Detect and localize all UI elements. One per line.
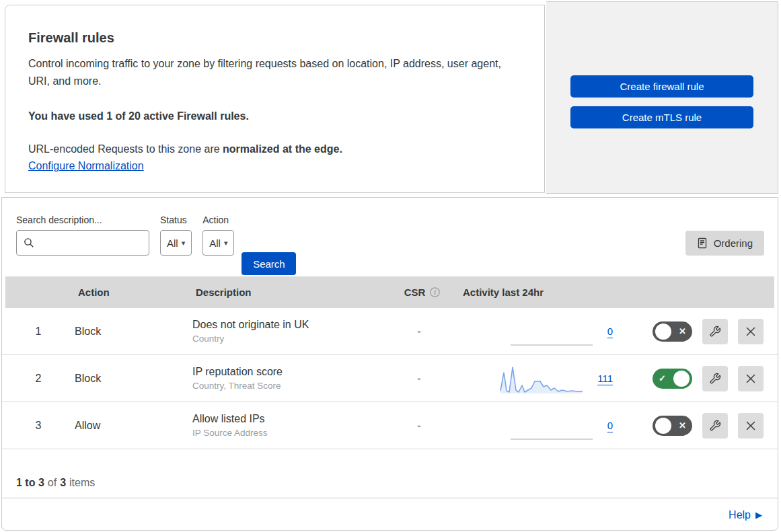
- search-button[interactable]: Search: [241, 252, 296, 275]
- action-select-value: All: [209, 237, 221, 249]
- rule-description: IP reputation score: [192, 365, 283, 378]
- ordering-button[interactable]: Ordering: [685, 231, 764, 256]
- pagination-summary: 1 to 3 of 3 items: [2, 449, 778, 498]
- rule-action: Block: [75, 373, 192, 385]
- activity-count-link[interactable]: 0: [607, 326, 613, 337]
- close-icon: [745, 420, 757, 432]
- top-section: Create firewall rule Create mTLS rule Fi…: [0, 0, 781, 197]
- create-firewall-rule-button[interactable]: Create firewall rule: [570, 75, 753, 98]
- rule-csr-value: -: [379, 373, 459, 385]
- column-csr: CSR i: [382, 287, 463, 298]
- table-row: 2 Block IP reputation score Country, Thr…: [2, 355, 778, 402]
- action-label: Action: [202, 215, 234, 225]
- close-icon: [745, 326, 757, 338]
- normalization-note: URL-encoded Requests to this zone are no…: [28, 142, 521, 157]
- delete-rule-button[interactable]: [738, 366, 764, 391]
- rule-csr-value: -: [379, 326, 459, 338]
- rule-priority: 1: [2, 326, 75, 338]
- edit-rule-button[interactable]: [702, 366, 728, 391]
- firewall-rules-page: Create firewall rule Create mTLS rule Fi…: [0, 0, 781, 532]
- page-description: Control incoming traffic to your zone by…: [28, 55, 509, 90]
- status-field: Status All ▾: [160, 215, 192, 256]
- items-range: 1 to 3: [16, 477, 44, 489]
- search-label: Search description...: [16, 215, 149, 225]
- usage-note: You have used 1 of 20 active Firewall ru…: [28, 109, 521, 124]
- toggle-knob: [655, 418, 671, 434]
- rule-description: Does not originate in UK: [192, 318, 309, 331]
- help-bar: Help ▶: [2, 498, 778, 531]
- x-icon: ✕: [675, 420, 690, 430]
- rule-description: Allow listed IPs: [192, 412, 265, 425]
- activity-sparkline: [508, 411, 595, 441]
- rule-fields: Country, Threat Score: [192, 381, 281, 391]
- arrow-right-icon: ▶: [755, 510, 762, 520]
- delete-rule-button[interactable]: [738, 413, 764, 439]
- edit-rule-button[interactable]: [702, 413, 728, 439]
- rule-fields: Country: [192, 334, 224, 344]
- chevron-down-icon: ▾: [224, 239, 228, 247]
- table-header: Action Description CSR i Activity last 2…: [5, 276, 774, 308]
- rule-enabled-toggle[interactable]: ✓: [653, 369, 692, 389]
- column-action: Action: [78, 287, 196, 298]
- table-row: 1 Block Does not originate in UK Country…: [2, 308, 778, 355]
- close-icon: [745, 373, 757, 385]
- rule-enabled-toggle[interactable]: ✕: [653, 416, 692, 436]
- status-label: Status: [160, 215, 192, 225]
- search-field: Search description...: [16, 215, 149, 256]
- search-input[interactable]: [16, 230, 149, 256]
- actions-panel: Create firewall rule Create mTLS rule: [546, 1, 778, 194]
- table-body: 1 Block Does not originate in UK Country…: [2, 308, 778, 449]
- create-mtls-rule-button[interactable]: Create mTLS rule: [570, 106, 753, 128]
- wrench-icon: [709, 326, 721, 338]
- column-activity: Activity last 24hr: [463, 287, 631, 298]
- wrench-icon: [709, 420, 721, 432]
- filter-bar: Search description... Status All ▾: [2, 198, 778, 276]
- action-field: Action All ▾: [202, 215, 234, 256]
- header-card: Firewall rules Control incoming traffic …: [5, 5, 545, 193]
- wrench-icon: [709, 373, 721, 385]
- page-title: Firewall rules: [28, 30, 521, 46]
- rules-list-card: Search description... Status All ▾: [1, 197, 778, 531]
- activity-count-link[interactable]: 0: [607, 420, 613, 431]
- x-icon: ✕: [675, 326, 690, 336]
- edit-rule-button[interactable]: [702, 319, 728, 344]
- status-select[interactable]: All ▾: [160, 230, 192, 256]
- rule-fields: IP Source Address: [192, 428, 268, 439]
- delete-rule-button[interactable]: [738, 319, 764, 344]
- ordering-icon: [697, 237, 708, 249]
- activity-sparkline: [508, 317, 595, 346]
- rule-priority: 2: [2, 373, 75, 385]
- toggle-knob: [673, 371, 690, 387]
- activity-count-link[interactable]: 111: [597, 373, 613, 384]
- check-icon: ✓: [655, 373, 669, 383]
- action-select[interactable]: All ▾: [202, 230, 234, 256]
- rule-csr-value: -: [379, 420, 459, 432]
- rule-action: Block: [75, 326, 192, 338]
- rule-action: Allow: [75, 420, 192, 432]
- help-link[interactable]: Help ▶: [729, 509, 762, 521]
- search-icon: [24, 237, 34, 248]
- status-select-value: All: [167, 237, 178, 249]
- info-icon[interactable]: i: [429, 287, 441, 298]
- rule-enabled-toggle[interactable]: ✕: [653, 321, 692, 342]
- toggle-knob: [655, 324, 671, 340]
- configure-normalization-link[interactable]: Configure Normalization: [28, 160, 144, 172]
- items-total: 3: [60, 477, 66, 489]
- table-row: 3 Allow Allow listed IPs IP Source Addre…: [2, 402, 778, 449]
- rule-priority: 3: [2, 420, 75, 432]
- activity-sparkline: [498, 364, 585, 393]
- chevron-down-icon: ▾: [182, 239, 186, 247]
- svg-text:i: i: [435, 289, 437, 296]
- column-description: Description: [196, 287, 382, 298]
